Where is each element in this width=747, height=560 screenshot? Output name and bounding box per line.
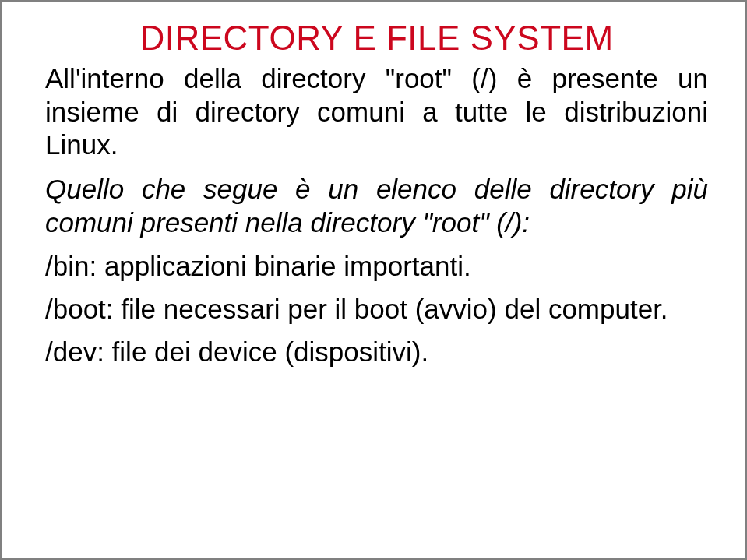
directory-desc: file necessari per il boot (avvio) del c… xyxy=(114,294,668,324)
directory-path: /bin: xyxy=(45,251,97,281)
directory-path: /boot: xyxy=(45,294,114,324)
subnote-paragraph: Quello che segue è un elenco delle direc… xyxy=(45,173,708,239)
slide-container: DIRECTORY E FILE SYSTEM All'interno dell… xyxy=(0,0,747,560)
directory-path: /dev: xyxy=(45,336,104,367)
directory-desc: applicazioni binarie importanti. xyxy=(97,251,471,281)
slide-body: All'interno della directory "root" (/) è… xyxy=(45,62,708,369)
directory-entry: /bin: applicazioni binarie importanti. xyxy=(45,250,708,284)
directory-desc: file dei device (dispositivi). xyxy=(104,336,428,367)
directory-entry: /boot: file necessari per il boot (avvio… xyxy=(45,293,708,326)
intro-paragraph: All'interno della directory "root" (/) è… xyxy=(45,62,708,162)
directory-entry: /dev: file dei device (dispositivi). xyxy=(45,336,708,369)
slide-title: DIRECTORY E FILE SYSTEM xyxy=(45,19,708,58)
